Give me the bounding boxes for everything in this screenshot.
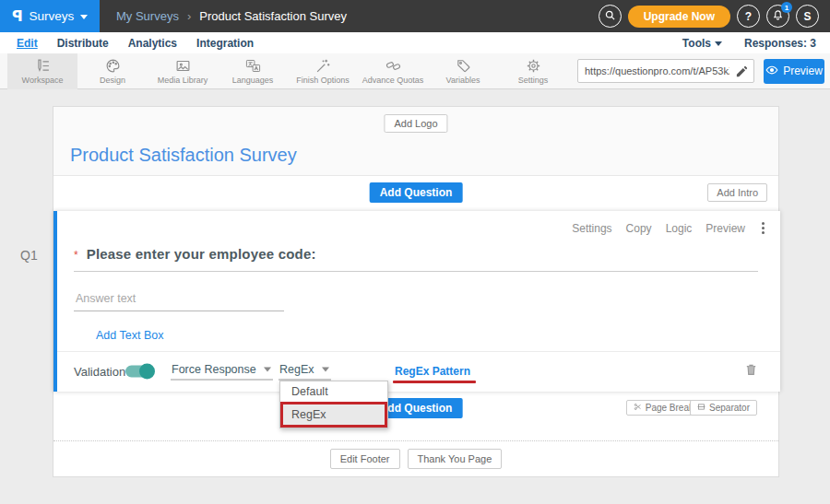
search-button[interactable]	[599, 5, 622, 28]
toolbar-item-workspace[interactable]: Workspace	[7, 53, 77, 89]
toolbar-item-design[interactable]: Design	[77, 53, 148, 89]
validation-type-dropdown: Default RegEx	[279, 381, 388, 428]
validation-row: Validation Force Response RegEx RegEx Pa…	[57, 351, 780, 392]
chevron-down-icon	[715, 41, 722, 46]
validation-type-value: RegEx	[279, 363, 314, 376]
toolbar-item-languages[interactable]: Languages	[218, 53, 288, 89]
editor-content: Q1 Add Logo Product Satisfaction Survey …	[0, 89, 830, 504]
regex-pattern-link[interactable]: RegEx Pattern	[395, 365, 470, 378]
edit-url-pencil-icon[interactable]	[735, 64, 749, 82]
tab-analytics[interactable]: Analytics	[128, 37, 177, 50]
validation-label: Validation	[74, 365, 125, 379]
validation-toggle[interactable]	[125, 366, 153, 378]
add-intro-button[interactable]: Add Intro	[707, 183, 767, 202]
question-actions: Settings Copy Logic Preview	[572, 221, 767, 235]
trash-icon	[744, 362, 758, 377]
nav-tabs: Edit Distribute Analytics Integration	[17, 37, 254, 50]
preview-button[interactable]: Preview	[764, 59, 824, 84]
add-text-box-link[interactable]: Add Text Box	[96, 329, 163, 342]
force-response-select[interactable]: Force Response	[171, 363, 273, 381]
search-icon	[604, 9, 616, 24]
translate-icon	[245, 58, 261, 74]
survey-url-field-wrap	[577, 59, 754, 83]
breadcrumb-my-surveys[interactable]: My Surveys	[116, 9, 179, 23]
gear-icon	[526, 58, 541, 74]
help-button[interactable]: ?	[737, 5, 760, 28]
question-settings-link[interactable]: Settings	[572, 222, 611, 235]
responses-count[interactable]: Responses: 3	[744, 37, 816, 50]
add-question-row-bottom: Add Question Page Break Separator	[53, 392, 778, 440]
notification-badge: 1	[781, 2, 792, 13]
avatar-initial: S	[803, 10, 811, 23]
footer-row: Edit Footer Thank You Page	[53, 449, 778, 469]
survey-header-section: Add Logo Product Satisfaction Survey	[53, 107, 778, 176]
more-options-icon[interactable]	[759, 221, 767, 235]
edit-footer-button[interactable]: Edit Footer	[330, 449, 400, 469]
question-card-q1: Settings Copy Logic Preview * Please ent…	[53, 211, 780, 392]
chain-links-icon	[385, 58, 401, 74]
survey-url-input[interactable]	[578, 60, 753, 82]
tab-edit[interactable]: Edit	[17, 37, 38, 50]
dropdown-option-regex[interactable]: RegEx	[280, 402, 387, 428]
nav-right: Tools Responses: 3	[682, 37, 816, 50]
toolbar-item-advance-quotas[interactable]: Advance Quotas	[358, 53, 428, 89]
validation-type-select[interactable]: RegEx	[279, 363, 331, 381]
upgrade-now-button[interactable]: Upgrade Now	[628, 6, 730, 28]
toolbar-item-finish-options[interactable]: Finish Options	[288, 53, 358, 89]
chevron-down-icon	[264, 367, 271, 371]
user-avatar[interactable]: S	[796, 5, 819, 28]
dropdown-option-default[interactable]: Default	[280, 381, 387, 402]
workspace-icon	[35, 58, 51, 74]
notifications-button[interactable]: 1	[766, 5, 789, 28]
toolbar-item-variables[interactable]: Variables	[428, 53, 498, 89]
toggle-knob	[139, 364, 155, 380]
survey-nav: Edit Distribute Analytics Integration To…	[0, 32, 830, 53]
breadcrumb-current-survey: Product Satisfaction Survey	[199, 9, 347, 23]
tools-menu[interactable]: Tools	[682, 37, 722, 50]
magic-wand-icon	[315, 58, 331, 74]
tools-label: Tools	[682, 37, 711, 50]
app-menu-surveys[interactable]: P Surveys	[0, 0, 100, 32]
survey-page-card: Add Logo Product Satisfaction Survey Add…	[53, 106, 779, 477]
eye-icon	[765, 64, 778, 79]
thank-you-page-button[interactable]: Thank You Page	[408, 449, 503, 469]
add-logo-button[interactable]: Add Logo	[384, 114, 447, 133]
palette-icon	[105, 58, 121, 74]
question-text[interactable]: Please enter your employee code:	[87, 246, 316, 262]
answer-text-field[interactable]: Answer text	[74, 292, 284, 311]
tab-distribute[interactable]: Distribute	[57, 37, 109, 50]
page-dotted-separator	[53, 440, 778, 441]
toolbar-item-settings[interactable]: Settings	[498, 53, 568, 89]
required-asterisk-icon: *	[74, 249, 78, 262]
editor-toolbar: Workspace Design Media Library Languages…	[0, 53, 830, 89]
questionpro-logo-icon: P	[12, 7, 23, 25]
survey-title[interactable]: Product Satisfaction Survey	[70, 145, 297, 166]
question-preview-link[interactable]: Preview	[706, 222, 745, 235]
question-logic-link[interactable]: Logic	[666, 222, 693, 235]
separator-icon	[697, 403, 706, 413]
question-number: Q1	[20, 248, 38, 263]
chevron-down-icon	[322, 367, 329, 371]
scissors-icon	[634, 403, 642, 413]
image-icon	[175, 58, 191, 74]
topbar: P Surveys My Surveys › Product Satisfact…	[0, 0, 830, 32]
delete-question-button[interactable]	[744, 362, 758, 381]
annotation-red-underline	[393, 381, 476, 383]
question-text-row[interactable]: * Please enter your employee code:	[74, 246, 758, 272]
add-question-button-top[interactable]: Add Question	[370, 182, 463, 203]
preview-label: Preview	[783, 64, 823, 77]
add-question-row-top: Add Question Add Intro	[53, 176, 778, 211]
question-copy-link[interactable]: Copy	[626, 222, 652, 235]
question-mark-icon: ?	[745, 10, 752, 23]
toolbar-item-media-library[interactable]: Media Library	[148, 53, 218, 89]
chevron-down-icon	[80, 15, 88, 19]
separator-button[interactable]: Separator	[690, 400, 757, 416]
topbar-actions: Upgrade Now ? 1 S	[599, 5, 830, 28]
app-menu-label: Surveys	[29, 9, 74, 23]
force-response-value: Force Response	[172, 363, 256, 376]
breadcrumb-separator: ›	[187, 9, 191, 23]
tab-integration[interactable]: Integration	[196, 37, 254, 50]
breadcrumb: My Surveys › Product Satisfaction Survey	[116, 9, 347, 23]
tag-icon	[456, 58, 471, 74]
